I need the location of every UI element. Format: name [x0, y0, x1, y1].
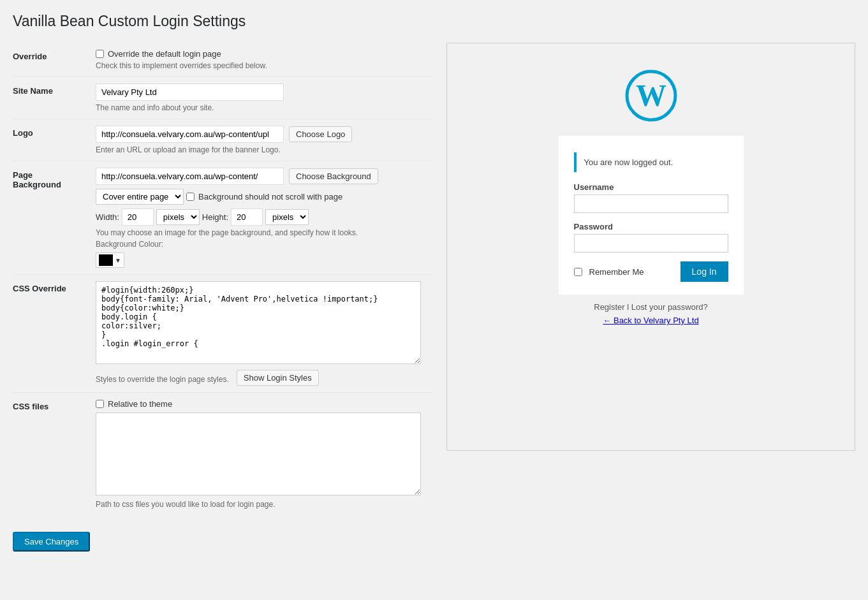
register-link[interactable]: Register	[594, 302, 624, 312]
page-background-row: PageBackground Choose Background Cover e…	[13, 161, 434, 275]
logo-row: Logo Choose Logo Enter an URL or upload …	[13, 119, 434, 161]
override-row: Override Override the default login page…	[13, 43, 434, 77]
svg-text:W: W	[636, 78, 666, 112]
no-scroll-checkbox[interactable]	[186, 193, 195, 201]
logo-label: Logo	[13, 119, 96, 161]
save-row: Save Changes	[13, 525, 434, 552]
height-input[interactable]	[231, 209, 263, 226]
no-scroll-label[interactable]: Background should not scroll with page	[186, 192, 342, 201]
override-checkbox[interactable]	[96, 50, 104, 58]
show-login-styles-button[interactable]: Show Login Styles	[237, 370, 319, 386]
username-field: Username	[574, 182, 728, 213]
page-background-label: PageBackground	[13, 161, 96, 275]
lost-password-link[interactable]: Lost your password?	[631, 302, 708, 312]
logo-description: Enter an URL or upload an image for the …	[96, 145, 434, 154]
wp-logo: W	[624, 69, 678, 136]
password-input[interactable]	[574, 234, 728, 252]
color-arrow-icon: ▼	[115, 257, 121, 264]
css-files-description: Path to css files you would like to load…	[96, 500, 434, 509]
relative-to-theme-label[interactable]: Relative to theme	[96, 399, 434, 409]
css-files-label: CSS files	[13, 393, 96, 516]
logout-notice: You are now logged out.	[574, 152, 728, 172]
site-name-description: The name and info about your site.	[96, 103, 434, 112]
relative-to-theme-text: Relative to theme	[108, 399, 172, 409]
preview-panel: W You are now logged out. Username Passw…	[446, 43, 855, 451]
cover-select[interactable]: Cover entire page Tile Stretch Center	[96, 189, 184, 205]
width-input[interactable]	[122, 209, 154, 226]
override-description: Check this to implement overrides specif…	[96, 61, 434, 70]
logo-url-input[interactable]	[96, 126, 284, 143]
login-submit-row: Remember Me Log In	[574, 261, 728, 282]
color-swatch	[99, 254, 113, 266]
back-link-anchor[interactable]: ← Back to Velvary Pty Ltd	[603, 316, 698, 325]
choose-logo-button[interactable]: Choose Logo	[289, 126, 352, 142]
login-box: You are now logged out. Username Passwor…	[559, 136, 744, 295]
save-changes-button[interactable]: Save Changes	[13, 532, 90, 552]
height-unit-select[interactable]: pixels em %	[265, 209, 309, 225]
width-unit-select[interactable]: pixels em %	[156, 209, 200, 225]
page-title: Vanilla Bean Custom Login Settings	[13, 13, 855, 30]
username-label: Username	[574, 182, 728, 192]
no-scroll-text: Background should not scroll with page	[198, 192, 342, 201]
override-label: Override	[13, 43, 96, 77]
css-override-label: CSS Override	[13, 275, 96, 393]
color-picker-button[interactable]: ▼	[96, 252, 124, 268]
css-files-row: CSS files Relative to theme Path to css …	[13, 393, 434, 516]
remember-me-text: Remember Me	[589, 267, 644, 277]
settings-panel: Override Override the default login page…	[13, 43, 434, 552]
password-field: Password	[574, 222, 728, 252]
background-url-input[interactable]	[96, 168, 284, 185]
height-label: Height:	[202, 212, 228, 222]
choose-background-button[interactable]: Choose Background	[289, 168, 378, 184]
relative-to-theme-checkbox[interactable]	[96, 400, 104, 408]
override-checkbox-label[interactable]: Override the default login page	[96, 49, 434, 59]
background-description: You may choose an image for the page bac…	[96, 228, 434, 237]
site-name-label: Site Name	[13, 77, 96, 119]
site-name-row: Site Name The name and info about your s…	[13, 77, 434, 119]
background-colour-label: Background Colour:	[96, 240, 434, 249]
login-button[interactable]: Log In	[680, 261, 728, 282]
css-override-textarea[interactable]: #login{width:260px;} body{font-family: A…	[96, 281, 421, 364]
site-name-input[interactable]	[96, 84, 284, 101]
preview-links: Register l Lost your password?	[559, 302, 744, 312]
override-checkbox-text: Override the default login page	[108, 49, 221, 59]
password-label: Password	[574, 222, 728, 231]
remember-me-checkbox[interactable]	[574, 268, 582, 276]
width-label: Width:	[96, 212, 119, 222]
back-to-site-link[interactable]: ← Back to Velvary Pty Ltd	[559, 316, 744, 325]
remember-me-label[interactable]: Remember Me	[574, 267, 644, 277]
css-override-row: CSS Override #login{width:260px;} body{f…	[13, 275, 434, 393]
username-input[interactable]	[574, 194, 728, 213]
css-files-textarea[interactable]	[96, 413, 421, 495]
css-override-description: Styles to override the login page styles…	[96, 375, 229, 384]
